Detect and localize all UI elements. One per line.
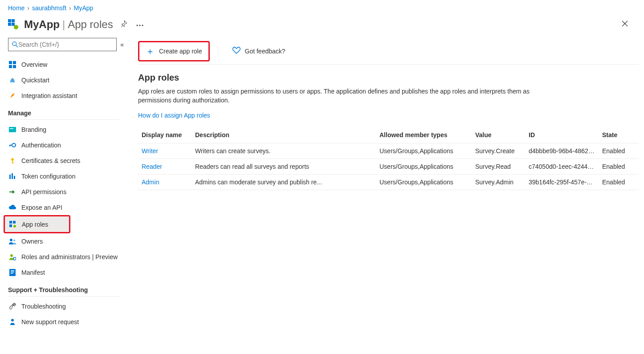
- svg-point-27: [10, 239, 12, 241]
- role-desc: Readers can read all surveys and reports: [192, 159, 376, 175]
- breadcrumb-sep-icon: ›: [27, 4, 29, 12]
- table-row[interactable]: Reader Readers can read all surveys and …: [138, 159, 639, 175]
- col-description[interactable]: Description: [192, 127, 376, 143]
- breadcrumb-app[interactable]: MyApp: [74, 4, 94, 12]
- sidebar-item-branding[interactable]: Branding: [8, 122, 128, 137]
- sidebar-item-integration[interactable]: Integration assistant: [8, 88, 128, 103]
- close-button[interactable]: [614, 16, 636, 33]
- svg-point-30: [13, 257, 16, 260]
- page-title-row: MyApp | App roles: [0, 15, 644, 38]
- page-title-section: App roles: [68, 18, 113, 31]
- breadcrumb-sep-icon: ›: [69, 4, 71, 12]
- svg-rect-23: [9, 221, 12, 224]
- svg-point-5: [136, 25, 138, 26]
- sidebar-item-certificates[interactable]: Certificates & secrets: [8, 153, 128, 168]
- owners-icon: [9, 238, 16, 245]
- sidebar-item-expose-api[interactable]: Expose an API: [8, 199, 128, 215]
- feedback-button[interactable]: Got feedback?: [226, 42, 292, 60]
- svg-point-16: [12, 143, 16, 147]
- sidebar-item-label: New support request: [21, 318, 79, 326]
- more-button[interactable]: [135, 19, 145, 29]
- svg-rect-12: [9, 65, 12, 68]
- sidebar-item-label: Roles and administrators | Preview: [21, 253, 118, 260]
- title-divider: |: [60, 18, 68, 31]
- role-types: Users/Groups,Applications: [376, 143, 472, 159]
- svg-rect-32: [11, 270, 14, 271]
- svg-rect-21: [12, 173, 13, 179]
- sidebar-item-app-roles[interactable]: App roles: [5, 216, 69, 232]
- sidebar-item-label: App roles: [22, 221, 48, 228]
- breadcrumb-home[interactable]: Home: [8, 4, 24, 12]
- search-input[interactable]: [18, 41, 113, 48]
- sidebar-item-authentication[interactable]: Authentication: [8, 137, 128, 153]
- role-name-link[interactable]: Admin: [142, 179, 159, 186]
- col-id[interactable]: ID: [525, 127, 599, 143]
- svg-rect-34: [11, 273, 13, 274]
- role-state: Enabled: [599, 159, 639, 175]
- manifest-icon: [9, 269, 16, 276]
- pin-button[interactable]: [118, 18, 129, 30]
- svg-point-6: [139, 25, 140, 26]
- svg-rect-22: [14, 176, 15, 179]
- collapse-sidebar-button[interactable]: «: [120, 41, 124, 48]
- sidebar-item-api-permissions[interactable]: API permissions: [8, 184, 128, 199]
- quickstart-icon: [9, 77, 16, 84]
- chevron-double-left-icon: «: [120, 41, 124, 48]
- col-display-name[interactable]: Display name: [138, 127, 192, 143]
- ellipsis-icon: [136, 24, 143, 26]
- table-row[interactable]: Writer Writers can create surveys. Users…: [138, 143, 639, 159]
- sidebar-item-overview[interactable]: Overview: [8, 57, 128, 72]
- feedback-label: Got feedback?: [245, 48, 285, 55]
- sidebar-item-label: API permissions: [21, 188, 66, 195]
- create-app-role-label: Create app role: [159, 48, 202, 55]
- svg-rect-11: [13, 61, 16, 64]
- svg-rect-24: [13, 221, 16, 224]
- col-value[interactable]: Value: [472, 127, 525, 143]
- sidebar-item-label: Owners: [21, 238, 43, 245]
- sidebar-item-support-request[interactable]: New support request: [8, 314, 128, 330]
- plus-icon: ＋: [146, 47, 155, 56]
- sidebar: « Overview Quickstart Integration assist…: [0, 38, 128, 338]
- heart-icon: [232, 47, 240, 55]
- sidebar-item-owners[interactable]: Owners: [8, 233, 128, 249]
- sidebar-item-roles-admin[interactable]: Roles and administrators | Preview: [8, 249, 128, 264]
- role-desc: Writers can create surveys.: [192, 143, 376, 159]
- permissions-icon: [9, 188, 16, 195]
- svg-rect-1: [12, 19, 15, 22]
- svg-rect-0: [8, 19, 11, 22]
- svg-point-26: [13, 225, 16, 228]
- svg-point-28: [13, 240, 15, 241]
- svg-rect-10: [9, 61, 12, 64]
- table-row[interactable]: Admin Admins can moderate survey and pub…: [138, 175, 639, 190]
- svg-rect-19: [12, 163, 14, 163]
- sidebar-group-support: Support + Troubleshooting: [8, 280, 119, 297]
- page-title-app: MyApp: [24, 18, 60, 31]
- sidebar-item-label: Quickstart: [21, 77, 49, 84]
- svg-point-8: [12, 42, 16, 46]
- role-id: c74050d0-1eec-4244-a...: [525, 159, 599, 175]
- sidebar-item-quickstart[interactable]: Quickstart: [8, 72, 128, 88]
- svg-line-9: [16, 45, 18, 47]
- role-id: 39b164fc-295f-457e-8...: [525, 175, 599, 190]
- sidebar-item-troubleshooting[interactable]: Troubleshooting: [8, 298, 128, 314]
- role-name-link[interactable]: Reader: [142, 163, 162, 170]
- cloud-icon: [9, 204, 16, 211]
- col-state[interactable]: State: [599, 127, 639, 143]
- sidebar-item-label: Overview: [21, 61, 47, 68]
- sidebar-item-token[interactable]: Token configuration: [8, 168, 128, 184]
- svg-rect-31: [9, 269, 16, 276]
- role-name-link[interactable]: Writer: [142, 147, 158, 155]
- overview-icon: [9, 61, 16, 68]
- search-icon: [12, 41, 18, 48]
- sidebar-item-label: Troubleshooting: [21, 303, 66, 310]
- sidebar-group-manage: Manage: [8, 103, 119, 120]
- search-box[interactable]: [8, 38, 117, 51]
- create-app-role-button[interactable]: ＋ Create app role: [139, 42, 208, 60]
- breadcrumb-tenant[interactable]: saurabhmsft: [32, 4, 66, 12]
- svg-point-29: [10, 254, 13, 257]
- sidebar-item-manifest[interactable]: Manifest: [8, 264, 128, 280]
- highlight-app-roles: App roles: [4, 215, 70, 233]
- sidebar-item-label: Manifest: [21, 269, 45, 276]
- help-link[interactable]: How do I assign App roles: [138, 112, 210, 119]
- col-member-types[interactable]: Allowed member types: [376, 127, 472, 143]
